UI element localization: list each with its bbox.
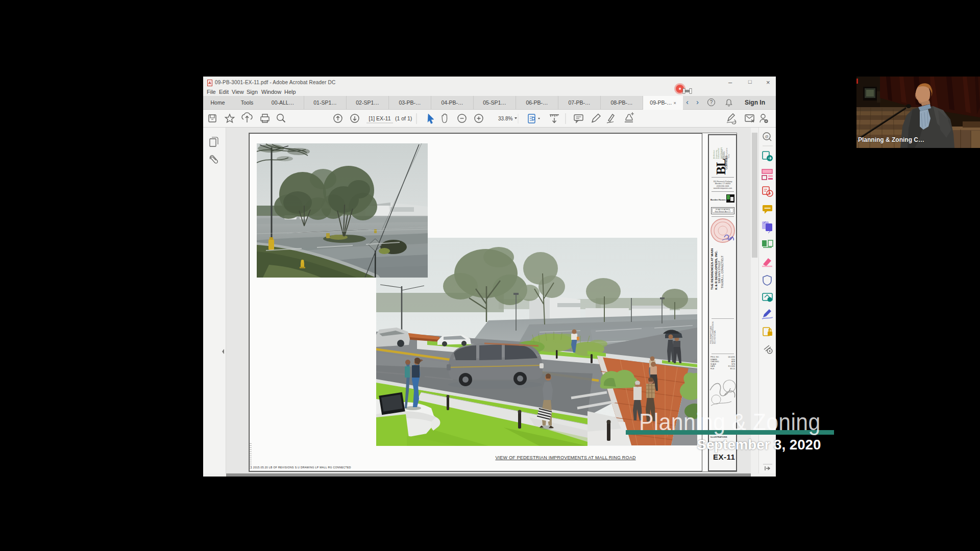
svg-text:Planning & Zoning C…: Planning & Zoning C… bbox=[858, 136, 924, 143]
svg-text:[1] EX-11: [1] EX-11 bbox=[369, 115, 391, 121]
svg-text:33.8%: 33.8% bbox=[498, 116, 512, 121]
svg-text:(1 of 1): (1 of 1) bbox=[395, 115, 412, 121]
svg-text:@: @ bbox=[765, 135, 768, 138]
